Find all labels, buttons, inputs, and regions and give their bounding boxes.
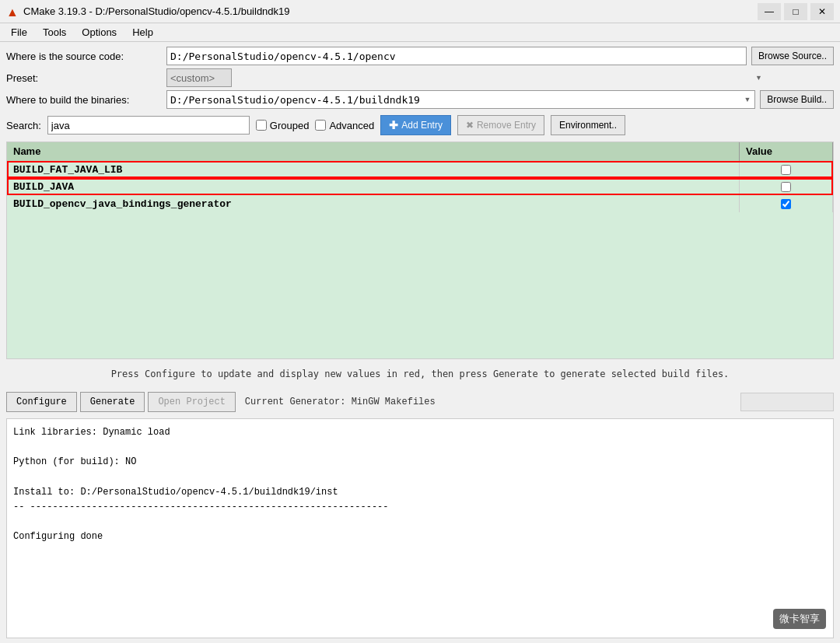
- environment-button[interactable]: Environment..: [551, 115, 625, 135]
- row-value-build-opencv-java[interactable]: [740, 195, 833, 212]
- generate-button[interactable]: Generate: [80, 392, 145, 412]
- x-icon: ✖: [466, 120, 474, 131]
- search-input[interactable]: [47, 116, 250, 135]
- configure-button[interactable]: Configure: [6, 392, 77, 412]
- console-line-4: -- -------------------------------------…: [13, 500, 827, 515]
- browse-build-button[interactable]: Browse Build..: [760, 90, 834, 109]
- build-label: Where to build the binaries:: [6, 94, 162, 106]
- checkbox-build-opencv-java[interactable]: [781, 199, 791, 209]
- open-project-button[interactable]: Open Project: [148, 392, 235, 412]
- row-value-build-java[interactable]: [740, 178, 833, 195]
- menu-tools[interactable]: Tools: [35, 25, 74, 40]
- filter-input[interactable]: [740, 393, 834, 411]
- console-area: Link libraries: Dynamic load Python (for…: [6, 418, 834, 638]
- grouped-checkbox[interactable]: [256, 120, 267, 131]
- add-entry-button[interactable]: ✚ Add Entry: [380, 115, 451, 135]
- browse-source-button[interactable]: Browse Source..: [751, 47, 834, 65]
- console-line-3: Install to: D:/PersonalStudio/opencv-4.5…: [13, 485, 827, 500]
- grouped-label[interactable]: Grouped: [256, 120, 310, 131]
- column-header-value: Value: [740, 142, 833, 161]
- plus-icon: ✚: [389, 119, 398, 131]
- toolbar-row: Search: Grouped Advanced ✚ Add Entry ✖ R…: [6, 112, 834, 138]
- preset-select[interactable]: <custom>: [166, 68, 232, 87]
- build-row: Where to build the binaries: D:/Personal…: [6, 90, 834, 109]
- menu-bar: File Tools Options Help: [0, 23, 840, 42]
- console-line-5: Configuring done: [13, 529, 827, 544]
- app-icon: ▲: [6, 5, 19, 18]
- preset-row: Preset: <custom>: [6, 68, 834, 87]
- source-label: Where is the source code:: [6, 51, 162, 62]
- checkbox-build-java[interactable]: [781, 182, 791, 192]
- data-table-container: Name Value BUILD_FAT_JAVA_LIB BUILD_JAVA: [6, 142, 834, 359]
- watermark: 微卡智享: [773, 609, 826, 629]
- menu-file[interactable]: File: [3, 25, 35, 40]
- generator-label: Current Generator: MinGW Makefiles: [245, 397, 436, 407]
- close-button[interactable]: ✕: [810, 3, 834, 20]
- remove-entry-button[interactable]: ✖ Remove Entry: [457, 115, 544, 135]
- source-input[interactable]: [166, 47, 747, 65]
- search-label: Search:: [6, 120, 41, 131]
- preset-label: Preset:: [6, 72, 162, 84]
- status-text: Press Configure to update and display ne…: [6, 362, 834, 386]
- advanced-label[interactable]: Advanced: [315, 120, 374, 131]
- row-name-build-java: BUILD_JAVA: [7, 178, 740, 195]
- menu-options[interactable]: Options: [74, 25, 124, 40]
- console-line-1: Link libraries: Dynamic load: [13, 425, 827, 440]
- row-name-build-fat-java-lib: BUILD_FAT_JAVA_LIB: [7, 161, 740, 178]
- window-title: CMake 3.19.3 - D:/PersonalStudio/opencv-…: [23, 5, 758, 17]
- main-content: Where is the source code: Browse Source.…: [0, 42, 840, 643]
- table-row[interactable]: BUILD_opencv_java_bindings_generator: [7, 195, 833, 212]
- table-row[interactable]: BUILD_JAVA: [7, 178, 833, 195]
- data-table: Name Value BUILD_FAT_JAVA_LIB BUILD_JAVA: [7, 142, 833, 212]
- row-name-build-opencv-java: BUILD_opencv_java_bindings_generator: [7, 195, 740, 212]
- column-header-name: Name: [7, 142, 740, 161]
- minimize-button[interactable]: —: [758, 3, 781, 20]
- maximize-button[interactable]: □: [784, 3, 807, 20]
- preset-select-wrapper: <custom>: [166, 68, 767, 87]
- window-controls: — □ ✕: [758, 3, 834, 20]
- source-code-row: Where is the source code: Browse Source.…: [6, 47, 834, 65]
- title-bar: ▲ CMake 3.19.3 - D:/PersonalStudio/openc…: [0, 0, 840, 23]
- row-value-build-fat-java-lib[interactable]: [740, 161, 833, 178]
- bottom-buttons: Configure Generate Open Project Current …: [6, 389, 834, 415]
- table-row[interactable]: BUILD_FAT_JAVA_LIB: [7, 161, 833, 178]
- build-select[interactable]: D:/PersonalStudio/opencv-4.5.1/buildndk1…: [166, 90, 755, 109]
- build-select-wrapper: D:/PersonalStudio/opencv-4.5.1/buildndk1…: [166, 90, 755, 109]
- checkbox-build-fat-java-lib[interactable]: [781, 165, 791, 175]
- menu-help[interactable]: Help: [124, 25, 161, 40]
- console-line-2: Python (for build): NO: [13, 455, 827, 470]
- advanced-checkbox[interactable]: [315, 120, 326, 131]
